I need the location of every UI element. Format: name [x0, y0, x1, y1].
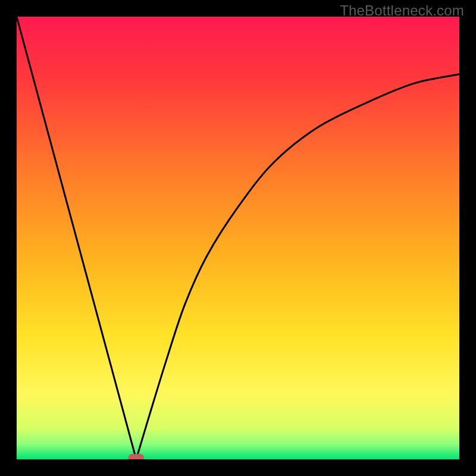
gradient-background: [17, 17, 459, 459]
watermark-text: TheBottleneck.com: [340, 2, 464, 19]
optimum-marker: [129, 454, 144, 459]
bottleneck-chart: [17, 17, 459, 459]
plot-area: [17, 17, 459, 459]
chart-frame: TheBottleneck.com: [0, 0, 476, 476]
